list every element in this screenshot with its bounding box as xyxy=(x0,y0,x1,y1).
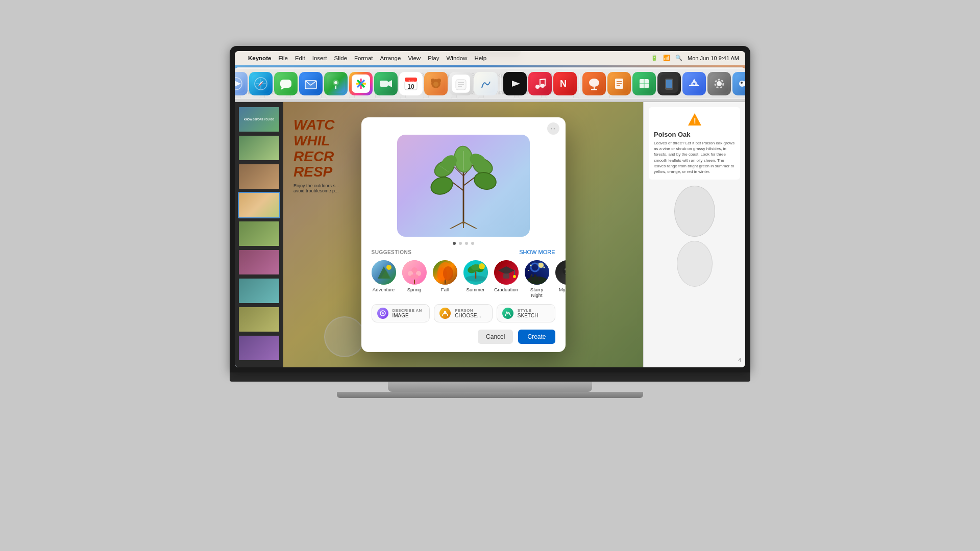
dot-1[interactable] xyxy=(453,242,456,245)
svg-line-19 xyxy=(463,222,476,228)
style-label: STYLE xyxy=(518,308,538,313)
menu-item-arrange[interactable]: Arrange xyxy=(380,55,401,61)
slide-thumb-8[interactable] xyxy=(238,306,280,333)
dot-4[interactable] xyxy=(471,242,474,245)
dock-calendar-icon[interactable]: 10Jun xyxy=(399,72,423,95)
dock-music-icon[interactable] xyxy=(528,72,552,95)
slide-thumb-4[interactable] xyxy=(238,192,280,218)
suggestion-label-adventure: Adventure xyxy=(373,287,395,292)
menu-bar-right: 🔋 📶 🔍 Mon Jun 10 9:41 AM xyxy=(651,55,739,61)
svg-point-14 xyxy=(473,171,497,191)
slide-thumb-1[interactable]: KNOW BEFORE YOU GO xyxy=(238,106,280,133)
describe-icon xyxy=(377,308,388,319)
suggestion-label-starrynight: Starry Night xyxy=(525,287,549,298)
suggestion-icon-summer xyxy=(463,260,488,285)
dock-keynote-icon[interactable] xyxy=(582,72,606,95)
dock-pages-icon[interactable] xyxy=(607,72,631,95)
suggestion-summer[interactable]: Summer xyxy=(463,260,488,298)
dock-bear-icon[interactable] xyxy=(424,72,448,95)
svg-rect-91 xyxy=(280,80,291,88)
style-pill[interactable]: STYLE SKETCH xyxy=(497,304,555,322)
menu-bar: Keynote File Edit Insert Slide Format Ar… xyxy=(235,51,745,65)
menu-item-edit[interactable]: Edit xyxy=(295,55,305,61)
dock-messages-icon[interactable] xyxy=(274,72,298,95)
dock-settings-icon[interactable] xyxy=(707,72,731,95)
macbook-container: Keynote File Edit Insert Slide Format Ar… xyxy=(219,46,761,505)
svg-line-20 xyxy=(446,228,451,229)
describe-image-pill[interactable]: DESCRIBE AN IMAGE xyxy=(372,304,430,322)
slide-thumb-5[interactable] xyxy=(238,220,280,247)
menu-item-insert[interactable]: Insert xyxy=(312,55,327,61)
screen-inner: Keynote File Edit Insert Slide Format Ar… xyxy=(235,51,745,367)
dot-3[interactable] xyxy=(465,242,468,245)
poison-oak-text: Leaves of three? Let it be! Poison oak g… xyxy=(654,140,735,174)
suggestion-starrynight[interactable]: Starry Night xyxy=(525,260,549,298)
menu-bar-time: Mon Jun 10 9:41 AM xyxy=(688,55,739,61)
search-icon[interactable]: 🔍 xyxy=(675,55,682,61)
suggestion-adventure[interactable]: Adventure xyxy=(372,260,396,298)
dock-launchpad-icon[interactable] xyxy=(235,72,248,95)
suggestion-spring[interactable]: Spring xyxy=(402,260,427,298)
svg-point-58 xyxy=(528,270,529,271)
dock-reminders-icon[interactable] xyxy=(449,72,473,95)
dock-safari-icon[interactable] xyxy=(249,72,273,95)
slide-thumb-2[interactable] xyxy=(238,135,280,161)
dialog-main-image xyxy=(397,135,530,237)
right-panel: ! Poison Oak Leaves of three? Let it be!… xyxy=(643,102,745,367)
dock-facetime-icon[interactable] xyxy=(374,72,398,95)
svg-point-57 xyxy=(543,267,545,268)
show-more-button[interactable]: SHOW MORE xyxy=(519,249,555,255)
dock-maps-icon[interactable] xyxy=(324,72,348,95)
style-value: SKETCH xyxy=(518,313,538,318)
dock-freeform-icon[interactable] xyxy=(474,72,498,95)
suggestion-graduation[interactable]: Graduation xyxy=(494,260,519,298)
create-button[interactable]: Create xyxy=(518,330,555,344)
svg-text:Jun: Jun xyxy=(408,80,413,83)
menu-item-window[interactable]: Window xyxy=(447,55,468,61)
dock-appstore-icon[interactable] xyxy=(682,72,706,95)
menu-item-format[interactable]: Format xyxy=(354,55,373,61)
dock-photos-icon[interactable] xyxy=(349,72,373,95)
svg-rect-62 xyxy=(530,276,532,281)
svg-point-59 xyxy=(546,264,547,265)
menu-item-file[interactable]: File xyxy=(278,55,288,61)
slide-thumb-9[interactable] xyxy=(238,335,280,361)
slide-1-text: KNOW BEFORE YOU GO xyxy=(243,117,275,122)
poison-oak-title: Poison Oak xyxy=(654,131,735,138)
person-pill[interactable]: PERSON CHOOSE... xyxy=(434,304,493,322)
dock-numbers-icon[interactable] xyxy=(632,72,656,95)
suggestion-fall[interactable]: Fall xyxy=(433,260,457,298)
slide-2-inner xyxy=(239,136,279,160)
dock-mail-icon[interactable] xyxy=(299,72,323,95)
person-value: CHOOSE... xyxy=(455,313,481,318)
suggestion-mystery[interactable]: ??? Mystery xyxy=(555,260,566,298)
dot-2[interactable] xyxy=(459,242,462,245)
svg-point-127 xyxy=(535,85,540,89)
dialog-more-button[interactable]: ··· xyxy=(547,122,559,135)
slide-2-container xyxy=(238,135,280,161)
dock-finder2-icon[interactable] xyxy=(732,72,745,95)
menu-item-view[interactable]: View xyxy=(408,55,421,61)
slide-thumb-3[interactable] xyxy=(238,163,280,190)
menu-item-help[interactable]: Help xyxy=(474,55,486,61)
slide-thumb-6[interactable] xyxy=(238,249,280,276)
suggestions-header: SUGGESTIONS SHOW MORE xyxy=(372,249,555,255)
cancel-button[interactable]: Cancel xyxy=(478,330,513,344)
slide-4-container xyxy=(238,192,280,218)
dock-mirror-icon[interactable] xyxy=(657,72,681,95)
suggestion-icon-adventure xyxy=(372,260,396,285)
slide-thumb-7[interactable] xyxy=(238,278,280,304)
screen-bezel: Keynote File Edit Insert Slide Format Ar… xyxy=(230,46,750,372)
oval-shapes xyxy=(649,186,740,287)
menu-item-keynote[interactable]: Keynote xyxy=(248,55,271,61)
dock-appletv-icon[interactable] xyxy=(503,72,527,95)
slide-7-inner xyxy=(239,279,279,303)
dock-news-icon[interactable]: N xyxy=(553,72,577,95)
svg-point-32 xyxy=(410,274,414,279)
input-row: DESCRIBE AN IMAGE xyxy=(361,304,566,330)
plant-illustration xyxy=(423,142,504,229)
menu-item-play[interactable]: Play xyxy=(428,55,439,61)
dock-divider-2 xyxy=(579,74,580,93)
menu-item-slide[interactable]: Slide xyxy=(334,55,348,61)
slide-5-inner xyxy=(239,221,279,246)
